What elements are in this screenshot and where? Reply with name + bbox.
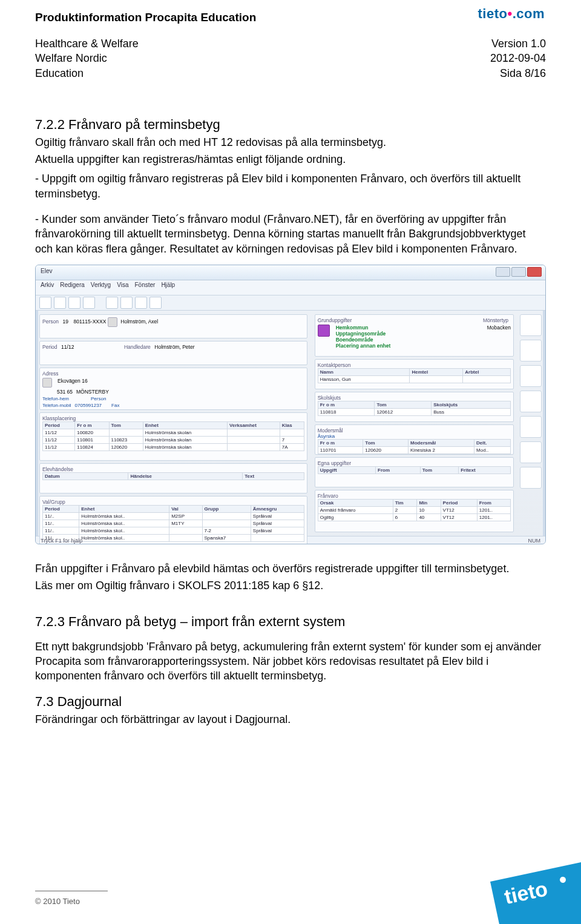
toolbar-button[interactable]	[149, 297, 162, 309]
menu-fonster[interactable]: Fönster	[134, 282, 155, 294]
label: Elevhändelse	[42, 466, 73, 472]
minimize-icon[interactable]	[496, 267, 510, 277]
heading-7-3: 7.3 Dagjournal	[35, 694, 546, 710]
side-icon[interactable]	[520, 365, 542, 387]
label: Handledare	[124, 344, 151, 350]
menu-hjalp[interactable]: Hjälp	[161, 282, 175, 294]
table-row: Hansson, Gun	[318, 375, 510, 383]
page-line: Sida 8/16	[490, 66, 546, 81]
person-icon[interactable]	[108, 317, 117, 327]
toolbar-button[interactable]	[83, 297, 95, 309]
label: Mönstertyp	[483, 317, 508, 323]
menu-verktyg[interactable]: Verktyg	[91, 282, 111, 294]
side-icon[interactable]	[520, 467, 542, 489]
elevhandelse-panel: Elevhändelse DatumHändelseText	[39, 463, 307, 493]
label: Klassplacering	[42, 415, 76, 421]
person-panel: Person 19 801115-XXXX Holmström, Axel	[39, 314, 307, 338]
heading-7-2-2: 7.2.2 Frånvaro på terminsbetyg	[35, 117, 546, 133]
label: Placering annan enhet	[336, 343, 391, 349]
table-row: 11/12110824120620Holmströmska skolan7A	[43, 443, 304, 450]
toolbar-button[interactable]	[68, 297, 80, 309]
date-line: 2012-09-04	[490, 51, 546, 65]
toolbar-button[interactable]	[120, 297, 133, 309]
label: Person	[42, 318, 59, 325]
toolbar-button[interactable]	[39, 297, 51, 309]
address-icon	[42, 378, 52, 388]
label: Frånvaro	[318, 493, 338, 499]
toolbar-button[interactable]	[54, 297, 66, 309]
org-line-2: Welfare Nordic	[35, 51, 139, 65]
right-icon-column	[520, 314, 542, 532]
toolbar-button[interactable]	[135, 297, 147, 309]
label: Val/Grupp	[42, 499, 65, 505]
p-7-2-2-a: Ogiltig frånvaro skall från och med HT 1…	[35, 135, 546, 150]
label: Egna uppgifter	[318, 460, 351, 466]
org-line-3: Education	[35, 66, 139, 81]
window-buttons	[496, 267, 542, 277]
menu-redigera[interactable]: Redigera	[60, 282, 85, 294]
table-row: 11/12110801110823Holmströmska skolan7	[43, 436, 304, 443]
close-icon[interactable]	[527, 267, 542, 277]
tieto-logo-top: tieto•.com	[478, 6, 545, 22]
window-title: Elev	[41, 268, 52, 274]
kontaktperson-panel: Kontaktperson NamnHemtelArbtel Hansson, …	[315, 359, 514, 389]
label: Grunduppgifter	[318, 317, 352, 323]
footer-divider	[35, 891, 108, 891]
p-7-2-2-b: Aktuella uppgifter kan registreras/hämta…	[35, 152, 546, 167]
side-icon[interactable]	[520, 340, 542, 361]
table-row: Ogiltig640VT121201..	[318, 513, 510, 521]
modersmal-panel: Modersmål Åsyrska Fr o mTomModersmålDelt…	[315, 424, 514, 455]
side-icon[interactable]	[520, 441, 542, 463]
org-line-1: Healthcare & Welfare	[35, 36, 139, 51]
side-icon[interactable]	[520, 391, 542, 412]
label: Kontaktperson	[318, 362, 351, 368]
footer-copyright: © 2010 Tieto	[35, 897, 80, 906]
side-icon[interactable]	[520, 314, 542, 336]
skolskjuts-panel: Skolskjuts Fr o mTomSkolskjuts 110818120…	[315, 392, 514, 422]
menu-arkiv[interactable]: Arkiv	[41, 282, 54, 294]
doc-title: Produktinformation Procapita Education	[35, 11, 546, 24]
doc-meta-left: Healthcare & Welfare Welfare Nordic Educ…	[35, 36, 139, 81]
person-id: 19	[62, 318, 68, 325]
label: Skolskjuts	[318, 395, 341, 401]
doc-meta: Healthcare & Welfare Welfare Nordic Educ…	[35, 36, 546, 81]
grund-icon	[318, 325, 330, 337]
person-name: Holmström, Axel	[120, 318, 158, 325]
valgrupp-panel: Val/Grupp PeriodEnhetValGruppÄmnesgru 11…	[39, 496, 307, 544]
toolbar	[36, 295, 545, 311]
zip: 531 65	[57, 389, 73, 395]
sublabel: Åsyrska	[318, 434, 511, 439]
person-pnr: 801115-XXXX	[73, 318, 106, 325]
window-titlebar: Elev	[36, 265, 545, 280]
street: Ekovägen 16	[57, 378, 88, 388]
klass-table: PeriodFr o mTomEnhetVerksamhetKlas 11/12…	[42, 421, 304, 451]
table-row: 11/..Holmströmska skol..7-2Språkval	[43, 527, 304, 534]
mobil: 0705991237	[75, 403, 102, 408]
grunduppgifter-panel: Grunduppgifter Mönstertyp Hemkommun Uppt…	[315, 314, 514, 357]
version-line: Version 1.0	[490, 36, 546, 51]
label: Adress	[42, 371, 58, 377]
label: Fax	[111, 403, 119, 408]
maximize-icon[interactable]	[511, 267, 526, 277]
city: MÖNSTERBY	[76, 389, 109, 395]
table-row: 11/..Holmströmska skol..M2SPSpråkval	[43, 512, 304, 520]
label: Hemkommun	[336, 325, 391, 331]
label: Period	[42, 344, 57, 350]
menu-visa[interactable]: Visa	[117, 282, 128, 294]
table-row: 11/..Holmströmska skol..M1TYSpråkval	[43, 520, 304, 527]
p-7-3: Förändringar och förbättringar av layout…	[35, 712, 546, 727]
label: Boendeområde	[336, 337, 391, 343]
franvaro-table: OrsakTimMinPeriodFrom Anmäld frånvaro210…	[318, 499, 511, 521]
toolbar-button[interactable]	[106, 297, 118, 309]
p-7-2-3: Ett nytt bakgrundsjobb 'Frånvaro på bety…	[35, 639, 546, 684]
logo-word: tieto	[478, 6, 507, 21]
label: Person	[91, 396, 106, 401]
label: Upptagningsområde	[336, 331, 391, 337]
tieto-logo-bottom: tieto	[478, 839, 581, 924]
status-right: NUM	[528, 538, 541, 544]
klassplacering-panel: Klassplacering PeriodFr o mTomEnhetVerks…	[39, 412, 307, 461]
embedded-app-screenshot: Elev Arkiv Redigera Verktyg Visa Fönster…	[35, 265, 546, 544]
side-icon[interactable]	[520, 416, 542, 438]
table-row: 11/12100820Holmströmska skolan	[43, 429, 304, 436]
p-after-ss-1: Från uppgifter i Frånvaro på elevbild hä…	[35, 561, 546, 576]
